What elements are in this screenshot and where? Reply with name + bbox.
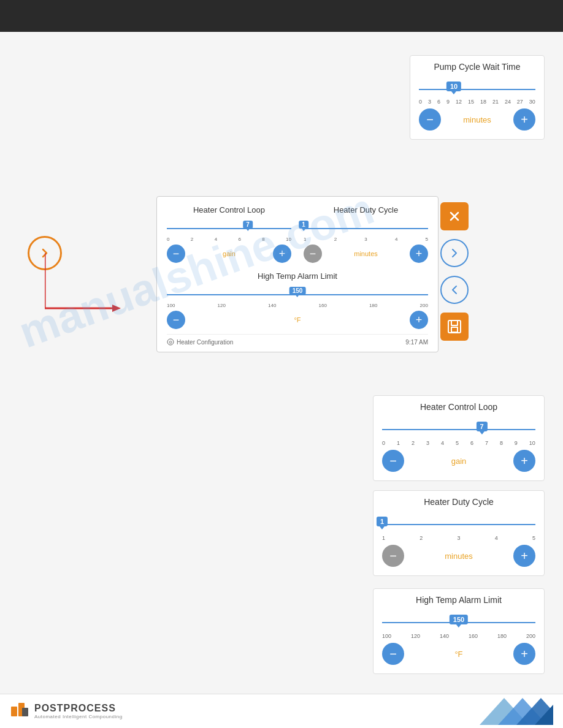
duty-cycle-widget-ticks: 1 2 3 4 5 [382,535,535,541]
heater-config-panel: Heater Control Loop 7 0 2 4 6 8 10 − gai… [156,196,439,352]
duty-cycle-controls: − minutes + [304,245,428,263]
heater-control-ticks: 0 1 2 3 4 5 6 7 8 9 10 [382,440,535,446]
heater-control-increment[interactable]: + [513,450,535,472]
high-temp-controls: − °F + [167,311,428,329]
duty-cycle-title: Heater Duty Cycle [304,205,428,214]
pump-cycle-ticks: 0 3 6 9 12 15 18 21 24 27 30 [419,99,535,105]
logo-text: POSTPROCESS [34,703,123,714]
logo-icon [10,702,29,721]
high-temp-section: High Temp Alarm Limit 150 100 120 140 16… [167,271,428,329]
duty-cycle-section: Heater Duty Cycle 1 1 2 3 4 5 − minutes … [304,205,428,263]
panel-right-icons [440,202,469,341]
heater-control-widget-title: Heater Control Loop [382,402,535,412]
duty-cycle-widget-title: Heater Duty Cycle [382,497,535,507]
svg-rect-12 [22,708,28,716]
control-loop-controls: − gain + [167,245,291,263]
duty-cycle-thumb: 1 [299,221,308,229]
high-temp-thumb: 150 [289,287,306,295]
save-button[interactable] [440,313,469,341]
duty-cycle-slider[interactable]: 1 [304,217,428,235]
high-temp-unit: °F [294,316,301,324]
pump-cycle-title: Pump Cycle Wait Time [419,62,535,72]
duty-cycle-decrement[interactable]: − [304,245,322,263]
control-loop-thumb: 7 [243,221,253,229]
control-loop-increment[interactable]: + [273,245,291,263]
pump-cycle-track [419,89,535,90]
high-temp-increment[interactable]: + [410,311,428,329]
duty-cycle-widget: Heater Duty Cycle 1 1 2 3 4 5 − minutes … [373,490,545,576]
bottom-triangles [480,698,553,725]
svg-text:⚙: ⚙ [169,340,172,344]
high-temp-widget-controls: − °F + [382,643,535,665]
control-loop-unit: gain [223,250,236,257]
heater-control-controls: − gain + [382,450,535,472]
high-temp-widget-decrement[interactable]: − [382,643,404,665]
duty-cycle-widget-decrement[interactable]: − [382,545,404,567]
svg-marker-2 [112,305,121,312]
duty-cycle-increment[interactable]: + [410,245,428,263]
pump-cycle-increment[interactable]: + [513,108,535,131]
high-temp-widget-title: High Temp Alarm Limit [382,595,535,605]
high-temp-widget-ticks: 100 120 140 160 180 200 [382,633,535,639]
heater-control-decrement[interactable]: − [382,450,404,472]
heater-control-track [382,429,535,430]
high-temp-title: High Temp Alarm Limit [167,271,428,281]
high-temp-ticks: 100 120 140 160 180 200 [167,303,428,308]
next-page-button[interactable] [440,239,469,267]
control-loop-section: Heater Control Loop 7 0 2 4 6 8 10 − gai… [167,205,291,263]
duty-cycle-ticks: 1 2 3 4 5 [304,237,428,242]
pump-cycle-decrement[interactable]: − [419,108,441,131]
high-temp-decrement[interactable]: − [167,311,185,329]
logo-area: POSTPROCESS Automated Intelligent Compou… [10,702,123,721]
duty-cycle-widget-increment[interactable]: + [513,545,535,567]
pump-cycle-thumb: 10 [446,82,461,91]
panel-footer: ⚙ Heater Configuration 9:17 AM [167,334,428,346]
control-loop-slider[interactable]: 7 [167,217,291,235]
pump-cycle-controls: − minutes + [419,108,535,131]
panel-top-row: Heater Control Loop 7 0 2 4 6 8 10 − gai… [167,205,428,263]
duty-cycle-widget-track [382,524,535,525]
control-loop-decrement[interactable]: − [167,245,185,263]
heater-control-thumb: 7 [476,422,487,431]
duty-cycle-widget-slider[interactable]: 1 [382,510,535,534]
svg-rect-10 [11,707,17,716]
high-temp-widget-thumb: 150 [450,615,468,624]
high-temp-slider[interactable]: 150 [167,283,428,301]
high-temp-widget-slider[interactable]: 150 [382,609,535,632]
bottom-bar: POSTPROCESS Automated Intelligent Compou… [0,694,563,728]
panel-footer-label: Heater Configuration [177,339,233,346]
panel-footer-time: 9:17 AM [405,339,428,346]
pump-cycle-slider[interactable]: 10 [419,75,535,97]
pump-cycle-unit: minutes [463,115,491,124]
red-l-arrow [45,253,124,327]
logo-sub: Automated Intelligent Compounding [34,714,123,719]
svg-rect-9 [451,327,458,332]
control-loop-ticks: 0 2 4 6 8 10 [167,237,291,242]
back-page-button[interactable] [440,276,469,304]
pump-cycle-widget: Pump Cycle Wait Time 10 0 3 6 9 12 15 18… [410,55,545,140]
heater-control-widget: Heater Control Loop 7 0 1 2 3 4 5 6 7 8 … [373,395,545,481]
high-temp-widget-unit: °F [454,650,462,659]
duty-cycle-track [304,228,428,229]
control-loop-track [167,228,291,229]
top-bar [0,0,563,32]
duty-cycle-widget-thumb: 1 [377,517,388,526]
control-loop-title: Heater Control Loop [167,205,291,214]
duty-cycle-widget-controls: − minutes + [382,545,535,567]
svg-rect-8 [451,320,458,325]
high-temp-widget-increment[interactable]: + [513,643,535,665]
close-button[interactable] [440,202,469,230]
heater-control-unit: gain [451,457,467,466]
duty-cycle-unit: minutes [354,250,378,257]
high-temp-widget: High Temp Alarm Limit 150 100 120 140 16… [373,588,545,674]
heater-control-slider[interactable]: 7 [382,415,535,439]
duty-cycle-widget-unit: minutes [445,552,473,561]
